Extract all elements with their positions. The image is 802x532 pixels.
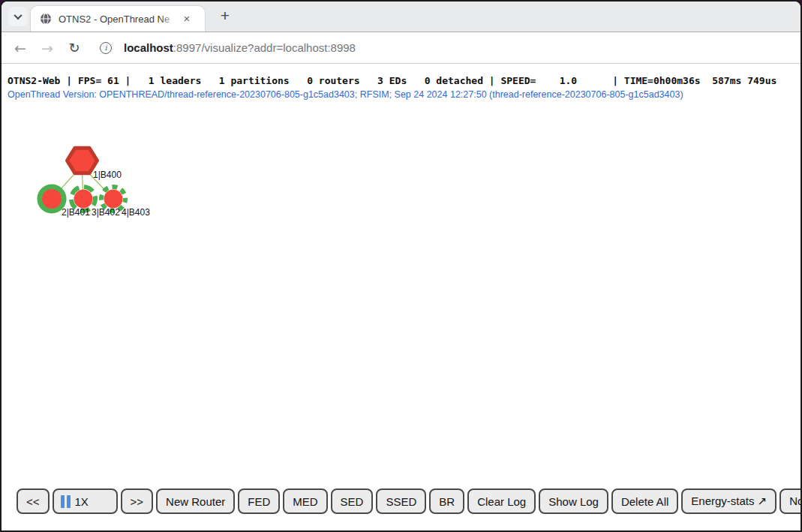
add-ssed-button[interactable]: SSED (376, 488, 426, 514)
clear-log-button[interactable]: Clear Log (467, 488, 536, 514)
globe-favicon-icon (40, 13, 52, 25)
url-path: :8997/visualize?addr=localhost:8998 (173, 41, 356, 54)
rewind-button[interactable]: << (17, 488, 50, 514)
add-med-button[interactable]: MED (283, 488, 327, 514)
pause-icon (61, 495, 71, 508)
network-canvas[interactable]: 1|B400 2|B401 3|B402 4|B403 (23, 136, 195, 237)
address-toolbar: ← → ↻ i localhost:8997/visualize?addr=lo… (2, 32, 800, 64)
energy-stats-button[interactable]: Energy-stats ↗ (681, 488, 776, 514)
new-router-button[interactable]: New Router (156, 488, 235, 514)
info-icon: i (100, 42, 112, 54)
new-tab-button[interactable]: + (215, 6, 235, 26)
node-label-2: 2|B401 (62, 207, 90, 218)
site-info-button[interactable]: i (95, 37, 117, 59)
node-label-3: 3|B402 (92, 207, 120, 218)
tab-title-fade (161, 14, 177, 25)
back-button[interactable]: ← (9, 37, 32, 59)
chevron-down-icon (14, 11, 22, 20)
address-bar[interactable]: localhost:8997/visualize?addr=localhost:… (124, 41, 356, 54)
reload-button[interactable]: ↻ (63, 37, 86, 59)
speed-label: 1X (75, 495, 89, 508)
add-sed-button[interactable]: SED (331, 488, 374, 514)
browser-window: OTNS2 - OpenThread Ne × + ← → ↻ i localh… (0, 0, 802, 532)
url-host: localhost (124, 41, 173, 54)
tab-search-button[interactable] (8, 7, 28, 26)
simulation-status-bar: OTNS2-Web | FPS= 61 | 1 leaders 1 partit… (8, 75, 776, 86)
node-stats-button[interactable]: Node-stats ↗ (779, 488, 800, 514)
node-label-1: 1|B400 (93, 170, 122, 180)
otns-page: OTNS2-Web | FPS= 61 | 1 leaders 1 partit… (2, 64, 800, 530)
add-br-button[interactable]: BR (429, 488, 464, 514)
control-bar: << 1X >> New Router FED MED SED SSED BR … (17, 488, 800, 514)
child-node-2[interactable] (40, 187, 64, 211)
speed-button[interactable]: 1X (53, 488, 118, 514)
forward-button[interactable]: → (36, 37, 59, 59)
node-label-4: 4|B403 (122, 207, 150, 218)
delete-all-button[interactable]: Delete All (611, 488, 678, 514)
tab-close-icon[interactable]: × (180, 12, 194, 26)
openthread-version-text: OpenThread Version: OPENTHREAD/thread-re… (8, 89, 683, 100)
add-fed-button[interactable]: FED (238, 488, 280, 514)
fast-forward-button[interactable]: >> (121, 488, 154, 514)
tab-strip: OTNS2 - OpenThread Ne × + (2, 2, 800, 32)
browser-tab[interactable]: OTNS2 - OpenThread Ne × (30, 5, 206, 32)
show-log-button[interactable]: Show Log (539, 488, 608, 514)
tab-title: OTNS2 - OpenThread Ne (59, 14, 177, 25)
